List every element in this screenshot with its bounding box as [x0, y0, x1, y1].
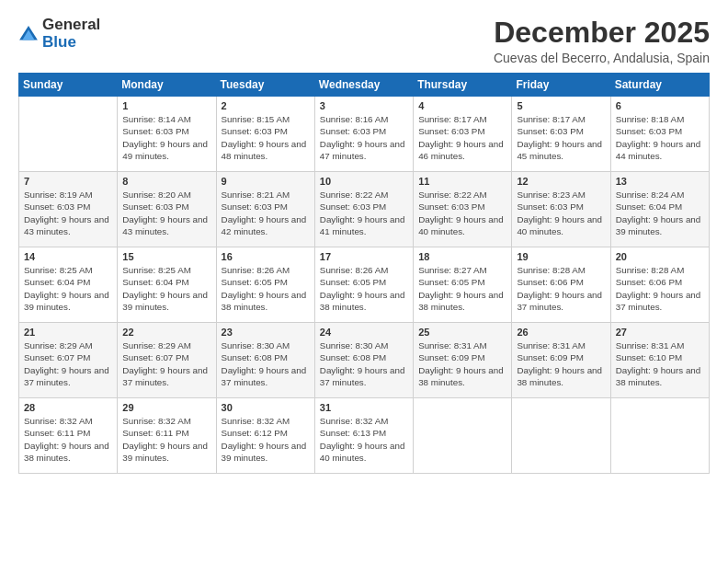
day-cell: 28Sunrise: 8:32 AMSunset: 6:11 PMDayligh… [19, 398, 118, 474]
day-cell: 29Sunrise: 8:32 AMSunset: 6:11 PMDayligh… [118, 398, 216, 474]
day-number: 5 [517, 100, 605, 111]
day-info: Sunrise: 8:21 AMSunset: 6:03 PMDaylight:… [222, 189, 310, 237]
day-number: 21 [24, 327, 112, 338]
day-info: Sunrise: 8:22 AMSunset: 6:03 PMDaylight:… [418, 189, 506, 237]
location: Cuevas del Becerro, Andalusia, Spain [494, 51, 710, 65]
day-cell: 15Sunrise: 8:25 AMSunset: 6:04 PMDayligh… [118, 247, 216, 323]
day-number: 29 [122, 402, 210, 413]
day-cell: 24Sunrise: 8:30 AMSunset: 6:08 PMDayligh… [314, 323, 413, 398]
day-number: 8 [122, 176, 210, 187]
logo-icon [18, 25, 39, 45]
day-cell: 10Sunrise: 8:22 AMSunset: 6:03 PMDayligh… [314, 172, 413, 247]
day-number: 14 [24, 251, 112, 262]
week-row-2: 14Sunrise: 8:25 AMSunset: 6:04 PMDayligh… [19, 247, 710, 323]
week-row-1: 7Sunrise: 8:19 AMSunset: 6:03 PMDaylight… [19, 172, 710, 247]
month-title: December 2025 [494, 17, 710, 49]
logo-blue: Blue [42, 34, 100, 52]
day-info: Sunrise: 8:28 AMSunset: 6:06 PMDaylight:… [616, 264, 704, 313]
day-info: Sunrise: 8:17 AMSunset: 6:03 PMDaylight:… [517, 113, 605, 162]
day-info: Sunrise: 8:14 AMSunset: 6:03 PMDaylight:… [122, 113, 210, 162]
day-info: Sunrise: 8:26 AMSunset: 6:05 PMDaylight:… [222, 264, 310, 313]
day-cell: 25Sunrise: 8:31 AMSunset: 6:09 PMDayligh… [414, 323, 512, 398]
day-info: Sunrise: 8:15 AMSunset: 6:03 PMDaylight:… [222, 113, 310, 162]
day-number: 17 [320, 251, 408, 262]
logo-text: General Blue [42, 17, 100, 51]
day-cell: 7Sunrise: 8:19 AMSunset: 6:03 PMDaylight… [19, 172, 118, 247]
day-info: Sunrise: 8:18 AMSunset: 6:03 PMDaylight:… [616, 113, 704, 162]
day-cell: 2Sunrise: 8:15 AMSunset: 6:03 PMDaylight… [216, 97, 314, 172]
day-info: Sunrise: 8:30 AMSunset: 6:08 PMDaylight:… [320, 339, 408, 388]
day-cell: 30Sunrise: 8:32 AMSunset: 6:12 PMDayligh… [216, 398, 314, 474]
week-row-4: 28Sunrise: 8:32 AMSunset: 6:11 PMDayligh… [19, 398, 710, 474]
day-number: 27 [616, 327, 704, 338]
day-number: 12 [517, 176, 605, 187]
day-cell [414, 398, 512, 474]
day-number: 19 [517, 251, 605, 262]
day-cell: 4Sunrise: 8:17 AMSunset: 6:03 PMDaylight… [414, 97, 512, 172]
day-number: 3 [320, 100, 408, 111]
logo-general: General [42, 17, 100, 34]
day-info: Sunrise: 8:22 AMSunset: 6:03 PMDaylight:… [320, 189, 408, 237]
header: General Blue December 2025 Cuevas del Be… [18, 17, 710, 65]
day-number: 4 [418, 100, 506, 111]
day-number: 31 [320, 402, 408, 413]
day-info: Sunrise: 8:32 AMSunset: 6:12 PMDaylight:… [222, 415, 310, 464]
day-info: Sunrise: 8:29 AMSunset: 6:07 PMDaylight:… [122, 339, 210, 388]
day-cell: 11Sunrise: 8:22 AMSunset: 6:03 PMDayligh… [414, 172, 512, 247]
day-number: 11 [418, 176, 506, 187]
day-info: Sunrise: 8:17 AMSunset: 6:03 PMDaylight:… [418, 113, 506, 162]
day-info: Sunrise: 8:32 AMSunset: 6:13 PMDaylight:… [320, 415, 408, 464]
day-info: Sunrise: 8:32 AMSunset: 6:11 PMDaylight:… [122, 415, 210, 464]
day-number: 10 [320, 176, 408, 187]
day-number: 16 [222, 251, 310, 262]
day-number: 25 [418, 327, 506, 338]
column-header-friday: Friday [512, 74, 610, 97]
day-cell: 20Sunrise: 8:28 AMSunset: 6:06 PMDayligh… [610, 247, 709, 323]
day-info: Sunrise: 8:20 AMSunset: 6:03 PMDaylight:… [122, 189, 210, 237]
day-info: Sunrise: 8:30 AMSunset: 6:08 PMDaylight:… [222, 339, 310, 388]
day-cell: 1Sunrise: 8:14 AMSunset: 6:03 PMDaylight… [118, 97, 216, 172]
day-number: 18 [418, 251, 506, 262]
day-number: 23 [222, 327, 310, 338]
day-info: Sunrise: 8:25 AMSunset: 6:04 PMDaylight:… [122, 264, 210, 313]
day-info: Sunrise: 8:24 AMSunset: 6:04 PMDaylight:… [616, 189, 704, 237]
day-info: Sunrise: 8:25 AMSunset: 6:04 PMDaylight:… [24, 264, 112, 313]
day-cell: 17Sunrise: 8:26 AMSunset: 6:05 PMDayligh… [314, 247, 413, 323]
day-cell: 19Sunrise: 8:28 AMSunset: 6:06 PMDayligh… [512, 247, 610, 323]
calendar-header-row: SundayMondayTuesdayWednesdayThursdayFrid… [19, 74, 710, 97]
day-number: 20 [616, 251, 704, 262]
day-number: 15 [122, 251, 210, 262]
day-number: 26 [517, 327, 605, 338]
day-cell: 5Sunrise: 8:17 AMSunset: 6:03 PMDaylight… [512, 97, 610, 172]
day-info: Sunrise: 8:31 AMSunset: 6:09 PMDaylight:… [517, 339, 605, 388]
day-cell: 23Sunrise: 8:30 AMSunset: 6:08 PMDayligh… [216, 323, 314, 398]
day-cell [19, 97, 118, 172]
column-header-saturday: Saturday [610, 74, 709, 97]
column-header-sunday: Sunday [19, 74, 118, 97]
day-cell: 22Sunrise: 8:29 AMSunset: 6:07 PMDayligh… [118, 323, 216, 398]
title-block: December 2025 Cuevas del Becerro, Andalu… [494, 17, 710, 65]
day-cell: 18Sunrise: 8:27 AMSunset: 6:05 PMDayligh… [414, 247, 512, 323]
day-number: 24 [320, 327, 408, 338]
day-cell: 13Sunrise: 8:24 AMSunset: 6:04 PMDayligh… [610, 172, 709, 247]
day-cell: 27Sunrise: 8:31 AMSunset: 6:10 PMDayligh… [610, 323, 709, 398]
column-header-monday: Monday [118, 74, 216, 97]
day-info: Sunrise: 8:27 AMSunset: 6:05 PMDaylight:… [418, 264, 506, 313]
day-cell: 3Sunrise: 8:16 AMSunset: 6:03 PMDaylight… [314, 97, 413, 172]
page: General Blue December 2025 Cuevas del Be… [0, 0, 728, 563]
column-header-wednesday: Wednesday [314, 74, 413, 97]
day-number: 6 [616, 100, 704, 111]
day-cell [610, 398, 709, 474]
day-number: 2 [222, 100, 310, 111]
day-number: 13 [616, 176, 704, 187]
calendar: SundayMondayTuesdayWednesdayThursdayFrid… [18, 73, 710, 474]
day-info: Sunrise: 8:16 AMSunset: 6:03 PMDaylight:… [320, 113, 408, 162]
day-cell: 12Sunrise: 8:23 AMSunset: 6:03 PMDayligh… [512, 172, 610, 247]
day-number: 30 [222, 402, 310, 413]
day-cell: 21Sunrise: 8:29 AMSunset: 6:07 PMDayligh… [19, 323, 118, 398]
day-cell [512, 398, 610, 474]
day-info: Sunrise: 8:32 AMSunset: 6:11 PMDaylight:… [24, 415, 112, 464]
day-cell: 8Sunrise: 8:20 AMSunset: 6:03 PMDaylight… [118, 172, 216, 247]
day-cell: 14Sunrise: 8:25 AMSunset: 6:04 PMDayligh… [19, 247, 118, 323]
day-info: Sunrise: 8:23 AMSunset: 6:03 PMDaylight:… [517, 189, 605, 237]
